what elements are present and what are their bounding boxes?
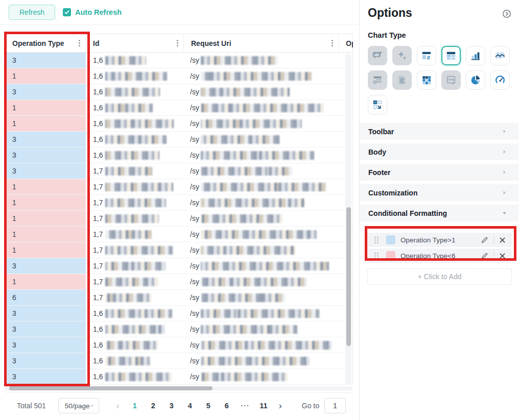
- rule-divider: [493, 236, 494, 243]
- auto-refresh-label: Auto Refresh: [75, 8, 122, 16]
- add-rule-button[interactable]: + Click to Add: [367, 268, 512, 285]
- cell-request-uri: /sy: [184, 179, 339, 194]
- chart-type-gauge-icon[interactable]: [490, 70, 510, 90]
- cell-operation-type: 6: [5, 290, 86, 305]
- goto-page-input[interactable]: [324, 398, 346, 413]
- cell-id: 1,7: [86, 163, 184, 179]
- cell-id: 1,7: [86, 211, 184, 226]
- redacted-id-blur: [105, 56, 146, 65]
- redacted-uri-blur: [201, 135, 280, 144]
- conditional-rule: Operation Type<6: [367, 249, 512, 263]
- redacted-uri-blur: [201, 325, 297, 334]
- page-3-button[interactable]: 3: [163, 398, 180, 414]
- redacted-uri-blur: [201, 214, 282, 223]
- chart-type-heatmap-icon[interactable]: [417, 70, 436, 90]
- cell-id: 1,6: [86, 147, 184, 163]
- section-footer[interactable]: Footer: [360, 164, 518, 181]
- dashboard-widget-editor: Refresh Auto Refresh Operation TypeIdReq…: [0, 0, 519, 420]
- table-row: 31,7/sy: [5, 163, 352, 179]
- cell-operation-type: 1: [5, 211, 86, 226]
- redacted-uri-blur: [201, 278, 307, 286]
- edit-rule-button[interactable]: [480, 251, 489, 261]
- cell-request-uri: /sy: [184, 258, 339, 274]
- page-ellipsis[interactable]: ···: [237, 398, 253, 414]
- auto-refresh-checkbox[interactable]: Auto Refresh: [63, 8, 122, 16]
- redacted-id-blur: [105, 262, 166, 270]
- delete-rule-button[interactable]: [498, 252, 507, 260]
- cell-operation-type: 3: [5, 322, 86, 337]
- total-count: Total 501: [17, 402, 46, 410]
- cell-id: 1,7: [86, 179, 184, 194]
- redacted-id-blur: [105, 88, 160, 96]
- delete-rule-button[interactable]: [498, 236, 507, 244]
- page-11-button[interactable]: 11: [255, 398, 272, 414]
- page-4-button[interactable]: 4: [182, 398, 198, 414]
- cell-request-uri: /sy: [184, 132, 339, 147]
- table-bottom-divider: [5, 392, 353, 393]
- cell-id: 1,7: [86, 242, 184, 258]
- table-body: 31,6/sy11,6/sy31,6/sy11,6/sy11,6/sy31,6/…: [5, 53, 353, 385]
- vertical-scrollbar-track: [345, 53, 351, 385]
- rule-color-swatch[interactable]: [386, 235, 395, 244]
- horizontal-scrollbar-thumb[interactable]: [9, 386, 213, 390]
- table-row: 11,7/sy: [5, 195, 352, 211]
- cell-id: 1,6: [86, 53, 184, 68]
- redacted-uri-blur: [201, 72, 312, 81]
- redacted-id-blur: [105, 72, 167, 81]
- next-page-button[interactable]: ›: [273, 398, 288, 414]
- refresh-button[interactable]: Refresh: [9, 5, 55, 20]
- chart-type-ai-chat-chart-icon: [368, 46, 387, 65]
- collapse-panel-icon[interactable]: [502, 9, 512, 19]
- chart-type-number-summary-icon[interactable]: #: [417, 46, 436, 65]
- chart-type-line-chart-icon[interactable]: [490, 46, 510, 65]
- cell-operation-type: 3: [5, 132, 86, 147]
- page-5-button[interactable]: 5: [200, 398, 217, 414]
- page-1-button[interactable]: 1: [127, 398, 143, 414]
- cell-operation-type: 3: [5, 147, 86, 163]
- cell-operation-type: 1: [5, 195, 86, 210]
- chart-type-layout-swap-icon[interactable]: [368, 95, 387, 114]
- cell-id: 1,6: [86, 84, 184, 100]
- edit-rule-button[interactable]: [480, 235, 489, 245]
- chevron-right-icon: [502, 190, 507, 195]
- cell-operation-type: 3: [5, 53, 86, 68]
- chart-type-pie-chart-icon[interactable]: [466, 70, 485, 90]
- section-toolbar[interactable]: Toolbar: [360, 123, 518, 140]
- rule-color-swatch[interactable]: [386, 251, 395, 260]
- section-conditional-formatting[interactable]: Conditional Formatting: [360, 205, 518, 221]
- chart-type-html-icon: HTML: [441, 70, 461, 90]
- page-list: 123456···11: [126, 398, 273, 414]
- vertical-scrollbar-thumb[interactable]: [346, 207, 351, 346]
- page-size-select[interactable]: 50/page: [58, 398, 99, 413]
- options-panel: Options Chart Type #HTML ToolbarBodyFoot…: [359, 0, 519, 420]
- horizontal-scrollbar-track: [5, 386, 352, 390]
- cell-request-uri: /sy: [184, 100, 339, 115]
- drag-handle-icon[interactable]: [373, 235, 380, 245]
- chart-type-data-table-icon[interactable]: [441, 46, 461, 65]
- column-menu-icon[interactable]: [79, 42, 80, 44]
- section-body[interactable]: Body: [360, 143, 518, 160]
- table-row: 11,6/sy: [5, 116, 352, 132]
- table-row: 11,7/sy: [5, 179, 352, 195]
- cell-id: 1,6: [86, 306, 184, 321]
- checkbox-checked-icon[interactable]: [63, 8, 71, 16]
- prev-page-button[interactable]: ‹: [110, 398, 126, 414]
- section-customization[interactable]: Customization: [360, 184, 518, 201]
- table-row: 61,7/sy: [5, 290, 352, 306]
- section-label: Customization: [368, 189, 502, 197]
- redacted-uri-blur: [201, 104, 324, 112]
- drag-handle-icon[interactable]: [373, 251, 380, 261]
- cell-request-uri: /sy: [184, 116, 339, 131]
- page-2-button[interactable]: 2: [145, 398, 161, 414]
- redacted-id-blur: [105, 309, 172, 318]
- section-label: Footer: [368, 168, 502, 177]
- table-row: 31,6/sy: [5, 369, 352, 385]
- cell-request-uri: /sy: [184, 68, 339, 84]
- table-row: 11,7/sy: [5, 274, 352, 290]
- page-6-button[interactable]: 6: [219, 398, 235, 414]
- cell-id: 1,7: [86, 290, 184, 305]
- section-label: Conditional Formatting: [368, 209, 502, 217]
- column-menu-icon[interactable]: [177, 42, 178, 44]
- chart-type-bar-chart-icon[interactable]: [466, 46, 485, 65]
- column-menu-icon[interactable]: [332, 42, 333, 44]
